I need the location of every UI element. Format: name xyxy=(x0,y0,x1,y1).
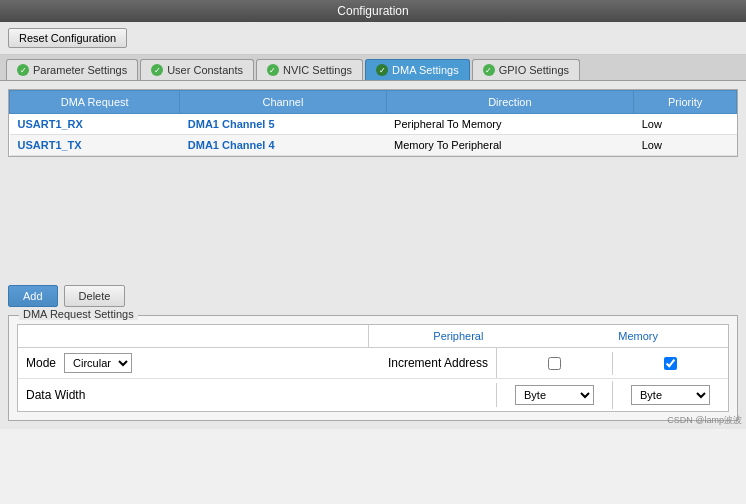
mode-select[interactable]: Circular Normal xyxy=(64,353,132,373)
increment-checkboxes xyxy=(497,352,728,375)
mode-label: Mode xyxy=(26,356,56,370)
reset-config-button[interactable]: Reset Configuration xyxy=(8,28,127,48)
data-width-label-area: Data Width xyxy=(18,383,497,407)
add-button[interactable]: Add xyxy=(8,285,58,307)
tab-user-icon: ✓ xyxy=(151,64,163,76)
tab-parameter[interactable]: ✓ Parameter Settings xyxy=(6,59,138,80)
memory-increment-cell xyxy=(613,352,728,375)
table-row[interactable]: USART1_TX DMA1 Channel 4 Memory To Perip… xyxy=(10,135,737,156)
settings-header-row: Peripheral Memory xyxy=(18,325,728,348)
main-content: DMA Request Channel Direction Priority U… xyxy=(0,81,746,429)
data-width-selects: Byte Half Word Word Byte Half Word Word xyxy=(497,381,728,409)
increment-label: Increment Address xyxy=(388,356,488,370)
row1-request: USART1_TX xyxy=(10,135,180,156)
peripheral-header: Peripheral xyxy=(369,325,549,347)
peripheral-data-width-select[interactable]: Byte Half Word Word xyxy=(515,385,594,405)
settings-empty-header xyxy=(18,325,369,347)
settings-group-label: DMA Request Settings xyxy=(19,308,138,320)
mode-area: Mode Circular Normal Increment Address xyxy=(18,348,497,378)
row0-request: USART1_RX xyxy=(10,114,180,135)
table-row[interactable]: USART1_RX DMA1 Channel 5 Peripheral To M… xyxy=(10,114,737,135)
tab-parameter-label: Parameter Settings xyxy=(33,64,127,76)
tab-nvic[interactable]: ✓ NVIC Settings xyxy=(256,59,363,80)
col-header-priority: Priority xyxy=(634,91,737,114)
memory-header: Memory xyxy=(548,325,728,347)
mode-increment-row: Mode Circular Normal Increment Address xyxy=(18,348,728,379)
row0-direction: Peripheral To Memory xyxy=(386,114,634,135)
tab-bar: ✓ Parameter Settings ✓ User Constants ✓ … xyxy=(0,55,746,81)
col-header-channel: Channel xyxy=(180,91,386,114)
col-header-direction: Direction xyxy=(386,91,634,114)
memory-increment-checkbox[interactable] xyxy=(664,357,677,370)
memory-data-width-cell: Byte Half Word Word xyxy=(613,381,728,409)
row1-channel: DMA1 Channel 4 xyxy=(180,135,386,156)
action-buttons: Add Delete xyxy=(8,285,738,307)
dma-request-settings: DMA Request Settings Peripheral Memory M… xyxy=(8,315,738,421)
toolbar: Reset Configuration xyxy=(0,22,746,55)
row0-channel: DMA1 Channel 5 xyxy=(180,114,386,135)
empty-area xyxy=(8,165,738,285)
memory-data-width-select[interactable]: Byte Half Word Word xyxy=(631,385,710,405)
tab-gpio-icon: ✓ xyxy=(483,64,495,76)
dma-table-container: DMA Request Channel Direction Priority U… xyxy=(8,89,738,157)
row0-priority: Low xyxy=(634,114,737,135)
peripheral-data-width-cell: Byte Half Word Word xyxy=(497,381,613,409)
tab-nvic-label: NVIC Settings xyxy=(283,64,352,76)
peripheral-increment-cell xyxy=(497,352,613,375)
settings-panel: Peripheral Memory Mode Circular Normal I… xyxy=(17,324,729,412)
data-width-row: Data Width Byte Half Word Word xyxy=(18,379,728,411)
tab-dma-icon: ✓ xyxy=(376,64,388,76)
col-header-request: DMA Request xyxy=(10,91,180,114)
tab-dma-label: DMA Settings xyxy=(392,64,459,76)
tab-dma[interactable]: ✓ DMA Settings xyxy=(365,59,470,80)
title-bar: Configuration xyxy=(0,0,746,22)
tab-gpio-label: GPIO Settings xyxy=(499,64,569,76)
row1-priority: Low xyxy=(634,135,737,156)
title-text: Configuration xyxy=(337,4,408,18)
row1-direction: Memory To Peripheral xyxy=(386,135,634,156)
dma-table: DMA Request Channel Direction Priority U… xyxy=(9,90,737,156)
tab-user[interactable]: ✓ User Constants xyxy=(140,59,254,80)
data-width-label: Data Width xyxy=(26,388,85,402)
tab-gpio[interactable]: ✓ GPIO Settings xyxy=(472,59,580,80)
tab-parameter-icon: ✓ xyxy=(17,64,29,76)
tab-user-label: User Constants xyxy=(167,64,243,76)
peripheral-increment-checkbox[interactable] xyxy=(548,357,561,370)
delete-button[interactable]: Delete xyxy=(64,285,126,307)
watermark: CSDN @lamp波波 xyxy=(667,414,742,427)
tab-nvic-icon: ✓ xyxy=(267,64,279,76)
